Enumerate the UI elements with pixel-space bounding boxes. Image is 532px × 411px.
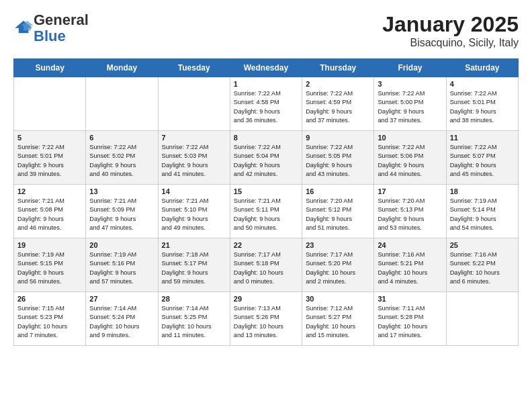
day-info: Sunrise: 7:22 AM Sunset: 5:07 PM Dayligh… — [450, 143, 515, 179]
title-block: January 2025 Bisacquino, Sicily, Italy — [382, 12, 519, 49]
calendar-week-4: 19Sunrise: 7:19 AM Sunset: 5:15 PM Dayli… — [14, 238, 519, 292]
table-row: 19Sunrise: 7:19 AM Sunset: 5:15 PM Dayli… — [14, 238, 86, 292]
day-info: Sunrise: 7:12 AM Sunset: 5:27 PM Dayligh… — [306, 304, 370, 340]
table-row: 8Sunrise: 7:22 AM Sunset: 5:04 PM Daylig… — [230, 131, 302, 185]
day-info: Sunrise: 7:22 AM Sunset: 5:05 PM Dayligh… — [306, 143, 370, 179]
col-tuesday: Tuesday — [158, 59, 230, 77]
day-number: 4 — [450, 80, 515, 88]
day-info: Sunrise: 7:11 AM Sunset: 5:28 PM Dayligh… — [378, 304, 442, 340]
col-wednesday: Wednesday — [230, 59, 302, 77]
table-row: 1Sunrise: 7:22 AM Sunset: 4:58 PM Daylig… — [230, 77, 302, 131]
table-row: 16Sunrise: 7:20 AM Sunset: 5:12 PM Dayli… — [302, 185, 374, 238]
day-info: Sunrise: 7:21 AM Sunset: 5:09 PM Dayligh… — [89, 197, 154, 232]
table-row: 2Sunrise: 7:22 AM Sunset: 4:59 PM Daylig… — [302, 77, 374, 131]
day-info: Sunrise: 7:20 AM Sunset: 5:12 PM Dayligh… — [306, 197, 370, 232]
day-number: 1 — [234, 80, 298, 88]
calendar-table: Sunday Monday Tuesday Wednesday Thursday… — [13, 58, 519, 346]
table-row: 21Sunrise: 7:18 AM Sunset: 5:17 PM Dayli… — [158, 238, 230, 292]
day-info: Sunrise: 7:16 AM Sunset: 5:22 PM Dayligh… — [450, 250, 515, 286]
day-info: Sunrise: 7:22 AM Sunset: 4:59 PM Dayligh… — [306, 89, 370, 125]
table-row: 17Sunrise: 7:20 AM Sunset: 5:13 PM Dayli… — [374, 185, 446, 238]
table-row: 10Sunrise: 7:22 AM Sunset: 5:06 PM Dayli… — [374, 131, 446, 185]
day-info: Sunrise: 7:22 AM Sunset: 5:03 PM Dayligh… — [162, 143, 226, 179]
day-number: 15 — [234, 187, 298, 195]
day-number: 23 — [306, 241, 370, 249]
day-number: 28 — [162, 295, 226, 303]
table-row: 4Sunrise: 7:22 AM Sunset: 5:01 PM Daylig… — [446, 77, 518, 131]
day-info: Sunrise: 7:14 AM Sunset: 5:24 PM Dayligh… — [89, 304, 154, 340]
day-number: 21 — [162, 241, 226, 249]
table-row: 14Sunrise: 7:21 AM Sunset: 5:10 PM Dayli… — [158, 185, 230, 238]
day-info: Sunrise: 7:21 AM Sunset: 5:11 PM Dayligh… — [234, 197, 298, 232]
day-number: 27 — [89, 295, 154, 303]
day-number: 26 — [17, 295, 82, 303]
day-number: 2 — [306, 80, 370, 88]
table-row — [86, 77, 158, 131]
table-row: 6Sunrise: 7:22 AM Sunset: 5:02 PM Daylig… — [86, 131, 158, 185]
logo-text: General Blue — [34, 12, 89, 44]
day-info: Sunrise: 7:14 AM Sunset: 5:25 PM Dayligh… — [162, 304, 226, 340]
day-number: 9 — [306, 134, 370, 142]
day-info: Sunrise: 7:22 AM Sunset: 5:01 PM Dayligh… — [450, 89, 515, 125]
day-info: Sunrise: 7:13 AM Sunset: 5:26 PM Dayligh… — [234, 304, 298, 340]
table-row: 26Sunrise: 7:15 AM Sunset: 5:23 PM Dayli… — [14, 292, 86, 346]
day-number: 5 — [17, 134, 82, 142]
logo-general: General — [34, 11, 89, 28]
table-row: 3Sunrise: 7:22 AM Sunset: 5:00 PM Daylig… — [374, 77, 446, 131]
table-row: 12Sunrise: 7:21 AM Sunset: 5:08 PM Dayli… — [14, 185, 86, 238]
day-info: Sunrise: 7:17 AM Sunset: 5:18 PM Dayligh… — [234, 250, 298, 286]
table-row: 20Sunrise: 7:19 AM Sunset: 5:16 PM Dayli… — [86, 238, 158, 292]
calendar-week-3: 12Sunrise: 7:21 AM Sunset: 5:08 PM Dayli… — [14, 185, 519, 238]
day-number: 11 — [450, 134, 515, 142]
col-monday: Monday — [86, 59, 158, 77]
day-number: 17 — [378, 187, 442, 195]
day-info: Sunrise: 7:22 AM Sunset: 5:01 PM Dayligh… — [17, 143, 82, 179]
page-container: General Blue January 2025 Bisacquino, Si… — [0, 0, 532, 358]
day-info: Sunrise: 7:22 AM Sunset: 5:02 PM Dayligh… — [89, 143, 154, 179]
logo: General Blue — [13, 12, 89, 44]
logo-icon — [15, 19, 34, 34]
table-row: 15Sunrise: 7:21 AM Sunset: 5:11 PM Dayli… — [230, 185, 302, 238]
header-row: Sunday Monday Tuesday Wednesday Thursday… — [14, 59, 519, 77]
day-info: Sunrise: 7:18 AM Sunset: 5:17 PM Dayligh… — [162, 250, 226, 286]
day-number: 31 — [378, 295, 442, 303]
table-row: 7Sunrise: 7:22 AM Sunset: 5:03 PM Daylig… — [158, 131, 230, 185]
col-friday: Friday — [374, 59, 446, 77]
table-row: 9Sunrise: 7:22 AM Sunset: 5:05 PM Daylig… — [302, 131, 374, 185]
day-number: 10 — [378, 134, 442, 142]
location-title: Bisacquino, Sicily, Italy — [382, 37, 519, 49]
day-info: Sunrise: 7:15 AM Sunset: 5:23 PM Dayligh… — [17, 304, 82, 340]
table-row — [14, 77, 86, 131]
day-number: 29 — [234, 295, 298, 303]
table-row: 18Sunrise: 7:19 AM Sunset: 5:14 PM Dayli… — [446, 185, 518, 238]
day-number: 6 — [89, 134, 154, 142]
table-row: 29Sunrise: 7:13 AM Sunset: 5:26 PM Dayli… — [230, 292, 302, 346]
month-title: January 2025 — [382, 12, 519, 37]
calendar-week-1: 1Sunrise: 7:22 AM Sunset: 4:58 PM Daylig… — [14, 77, 519, 131]
day-info: Sunrise: 7:22 AM Sunset: 5:06 PM Dayligh… — [378, 143, 442, 179]
col-thursday: Thursday — [302, 59, 374, 77]
table-row: 23Sunrise: 7:17 AM Sunset: 5:20 PM Dayli… — [302, 238, 374, 292]
day-number: 14 — [162, 187, 226, 195]
table-row: 30Sunrise: 7:12 AM Sunset: 5:27 PM Dayli… — [302, 292, 374, 346]
table-row: 25Sunrise: 7:16 AM Sunset: 5:22 PM Dayli… — [446, 238, 518, 292]
day-number: 24 — [378, 241, 442, 249]
day-number: 13 — [89, 187, 154, 195]
table-row: 27Sunrise: 7:14 AM Sunset: 5:24 PM Dayli… — [86, 292, 158, 346]
day-info: Sunrise: 7:20 AM Sunset: 5:13 PM Dayligh… — [378, 197, 442, 232]
day-number: 18 — [450, 187, 515, 195]
table-row: 5Sunrise: 7:22 AM Sunset: 5:01 PM Daylig… — [14, 131, 86, 185]
table-row — [446, 292, 518, 346]
day-number: 3 — [378, 80, 442, 88]
day-number: 12 — [17, 187, 82, 195]
day-number: 16 — [306, 187, 370, 195]
day-info: Sunrise: 7:17 AM Sunset: 5:20 PM Dayligh… — [306, 250, 370, 286]
table-row: 24Sunrise: 7:16 AM Sunset: 5:21 PM Dayli… — [374, 238, 446, 292]
day-number: 25 — [450, 241, 515, 249]
day-number: 20 — [89, 241, 154, 249]
calendar-week-5: 26Sunrise: 7:15 AM Sunset: 5:23 PM Dayli… — [14, 292, 519, 346]
day-info: Sunrise: 7:19 AM Sunset: 5:14 PM Dayligh… — [450, 197, 515, 232]
day-number: 22 — [234, 241, 298, 249]
day-number: 19 — [17, 241, 82, 249]
table-row: 11Sunrise: 7:22 AM Sunset: 5:07 PM Dayli… — [446, 131, 518, 185]
